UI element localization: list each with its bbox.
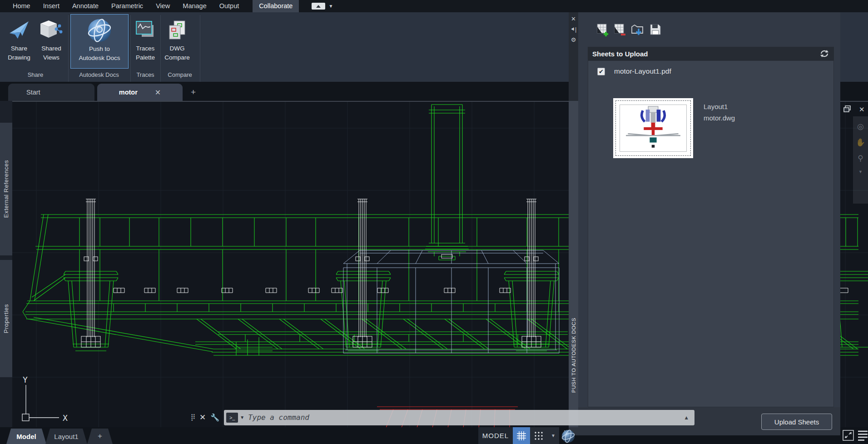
snap-settings-caret-icon[interactable]: ▼ [547,427,559,444]
command-input-bar[interactable]: >_ ▼ ▲ [224,410,694,425]
sheet-layout-name: Layout1 [704,101,735,112]
autodesk-docs-globe-icon [87,16,112,45]
ribbon-separator [200,15,200,91]
tab-close-icon[interactable]: ✕ [155,88,161,97]
menu-view[interactable]: View [149,0,176,12]
autocad-window: Y X Home Insert Annotate Parametric View… [0,0,868,444]
tab-motor-label: motor [119,89,138,96]
ucs-y-label: Y [23,375,28,384]
steering-wheel-icon[interactable]: ◎ [857,122,864,131]
new-layout-button[interactable]: + [87,429,113,444]
shared-views-button[interactable]: SharedViews [36,14,66,69]
save-sheet-list-icon[interactable] [649,23,662,37]
palette-toolbar [596,23,662,37]
new-drawing-tab-button[interactable]: + [191,87,196,97]
collapse-arrow-icon [316,5,321,8]
sheet-row[interactable]: ✔ motor-Layout1.pdf [597,67,671,75]
sheet-file-name: motor-Layout1.pdf [614,67,671,75]
snap-mode-button[interactable] [530,427,547,444]
properties-palette-tab[interactable]: Properties [0,260,12,377]
command-history-caret-icon[interactable]: ▲ [684,414,689,421]
sheet-drawing-name: motor.dwg [704,112,735,124]
customization-menu-icon[interactable] [858,430,868,443]
ribbon-group-share[interactable]: Share [5,69,66,81]
model-space-tab[interactable]: Model [6,429,46,444]
command-input[interactable] [248,413,684,422]
sheet-meta: Layout1 motor.dwg [704,101,735,124]
remove-sheet-icon[interactable] [614,23,626,37]
sheet-thumbnail[interactable] [613,98,693,158]
autodesk-connect-globe-icon[interactable] [561,429,575,444]
command-customize-wrench-icon[interactable]: 🔧 [210,413,219,422]
ribbon-separator [68,15,69,91]
sheets-to-upload-header: Sheets to Upload [588,47,834,60]
menu-annotate[interactable]: Annotate [66,0,105,12]
navigation-bar[interactable]: ◎ ✋ ⚲ ▼ [853,116,868,204]
menu-output[interactable]: Output [213,0,246,12]
shared-cube-icon [40,16,63,44]
ucs-x-label: X [63,413,68,423]
ribbon-group-autodesk-docs[interactable]: Autodesk Docs [69,69,129,81]
upload-sheets-button[interactable]: Upload Sheets [761,414,832,430]
navbar-more-caret-icon[interactable]: ▼ [858,170,863,174]
menu-parametric[interactable]: Parametric [105,0,149,12]
command-close-icon[interactable]: ✕ [199,413,206,422]
command-line-window[interactable]: ••••••• ✕ 🔧 >_ ▼ ▲ [191,408,699,427]
ribbon-group-compare[interactable]: Compare [161,69,198,81]
model-space-indicator[interactable]: MODEL [478,427,513,444]
ribbon-collapse-caret-icon[interactable]: ▼ [328,4,333,9]
tab-motor[interactable]: motor ✕ [97,84,183,101]
menu-insert[interactable]: Insert [37,0,66,12]
palette-titlebar[interactable]: PUSH TO AUTODESK DOCS [569,101,578,427]
traces-palette-button[interactable]: TracesPalette [132,14,159,69]
menu-manage[interactable]: Manage [176,0,213,12]
grid-icon [516,431,526,441]
tab-start[interactable]: Start [8,84,94,101]
ribbon-separator [130,15,131,91]
isolate-objects-icon[interactable] [843,430,854,443]
recent-commands-caret-icon[interactable]: ▼ [240,415,244,420]
external-references-palette-tab[interactable]: External References [0,123,12,255]
palette-title: PUSH TO AUTODESK DOCS [571,318,576,393]
push-to-autodesk-docs-palette: Sheets to Upload ✔ motor-Layout1.pdf [578,11,840,407]
ribbon-collapse-button[interactable] [312,3,325,10]
share-drawing-button[interactable]: ShareDrawing [5,14,34,69]
layout1-tab[interactable]: Layout1 [45,429,87,444]
menu-collaborate[interactable]: Collaborate [253,0,299,12]
refresh-icon[interactable] [819,49,829,58]
ribbon-group-traces[interactable]: Traces [131,69,159,81]
left-palette-strip: External References Properties [0,101,12,427]
add-sheet-icon[interactable] [596,23,609,37]
palette-titlebar-top: ✕ ⯇| ⚙ [569,11,578,101]
close-viewport-icon[interactable]: ✕ [859,105,865,114]
menu-bar: Home Insert Annotate Parametric View Man… [0,0,868,12]
sheets-to-upload-title: Sheets to Upload [592,50,819,58]
palette-close-icon[interactable]: ✕ [570,15,577,22]
snap-dots-icon [534,431,543,440]
traces-icon [135,16,155,44]
command-drag-grip[interactable]: ••••••• [191,414,197,421]
sheet-checkbox[interactable]: ✔ [597,68,605,75]
restore-viewport-icon[interactable] [843,105,851,114]
palette-autohide-icon[interactable]: ⯇| [570,26,577,33]
sheets-list: ✔ motor-Layout1.pdf [588,60,834,407]
share-drawing-label: Share [11,45,27,52]
compare-sheets-icon [168,16,187,44]
ribbon-separator [160,15,161,91]
dwg-compare-button[interactable]: DWGCompare [162,14,192,69]
command-prompt-icon: >_ [226,413,238,423]
menu-home[interactable]: Home [6,0,37,12]
palette-settings-gear-icon[interactable]: ⚙ [570,36,577,43]
push-to-autodesk-docs-button[interactable]: Push toAutodesk Docs [70,14,129,69]
paper-plane-icon [9,16,30,44]
load-sheets-folder-icon[interactable] [631,23,645,37]
grid-display-button[interactable] [513,427,530,444]
pan-hand-icon[interactable]: ✋ [856,138,865,147]
zoom-extents-icon[interactable]: ⚲ [858,154,863,163]
thumbnail-drawing [620,105,687,152]
ucs-icon: Y X [22,375,68,423]
